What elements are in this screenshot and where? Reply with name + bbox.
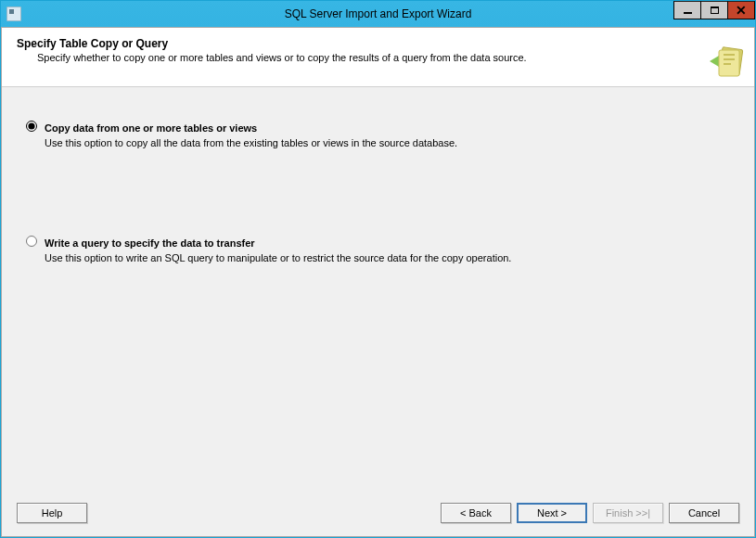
- footer-pane: Help < Back Next > Finish >>| Cancel: [2, 493, 754, 536]
- page-heading: Specify Table Copy or Query: [17, 37, 739, 50]
- radio-query[interactable]: [26, 236, 37, 247]
- back-button[interactable]: < Back: [441, 503, 511, 523]
- radio-copy-description: Use this option to copy all the data fro…: [45, 137, 739, 148]
- close-button[interactable]: ✕: [727, 1, 755, 19]
- option-query: Write a query to specify the data to tra…: [26, 234, 739, 263]
- maximize-button[interactable]: [700, 1, 728, 19]
- svg-rect-3: [724, 58, 735, 60]
- cancel-button[interactable]: Cancel: [669, 503, 739, 523]
- header-pane: Specify Table Copy or Query Specify whet…: [2, 28, 754, 87]
- close-icon: ✕: [736, 4, 747, 17]
- window-title: SQL Server Import and Export Wizard: [1, 7, 755, 20]
- radio-query-description: Use this option to write an SQL query to…: [45, 252, 739, 263]
- next-button[interactable]: Next >: [517, 503, 587, 523]
- content-area: Specify Table Copy or Query Specify whet…: [1, 27, 755, 537]
- radio-copy-label[interactable]: Copy data from one or more tables or vie…: [45, 122, 257, 134]
- radio-copy[interactable]: [26, 121, 37, 132]
- svg-rect-4: [724, 63, 731, 65]
- radio-query-label[interactable]: Write a query to specify the data to tra…: [45, 237, 255, 249]
- page-subtitle: Specify whether to copy one or more tabl…: [17, 52, 739, 63]
- minimize-button[interactable]: [673, 1, 701, 19]
- maximize-icon: [711, 6, 719, 14]
- svg-rect-2: [724, 54, 735, 56]
- body-pane: Copy data from one or more tables or vie…: [2, 87, 754, 493]
- wizard-window: SQL Server Import and Export Wizard ✕ Sp…: [0, 0, 756, 538]
- help-button[interactable]: Help: [17, 503, 87, 523]
- titlebar[interactable]: SQL Server Import and Export Wizard ✕: [1, 1, 755, 27]
- app-icon: [6, 6, 21, 21]
- option-copy: Copy data from one or more tables or vie…: [26, 119, 739, 148]
- minimize-icon: [684, 12, 692, 14]
- wizard-icon: [708, 43, 745, 80]
- window-controls: ✕: [674, 1, 755, 19]
- finish-button[interactable]: Finish >>|: [593, 503, 663, 523]
